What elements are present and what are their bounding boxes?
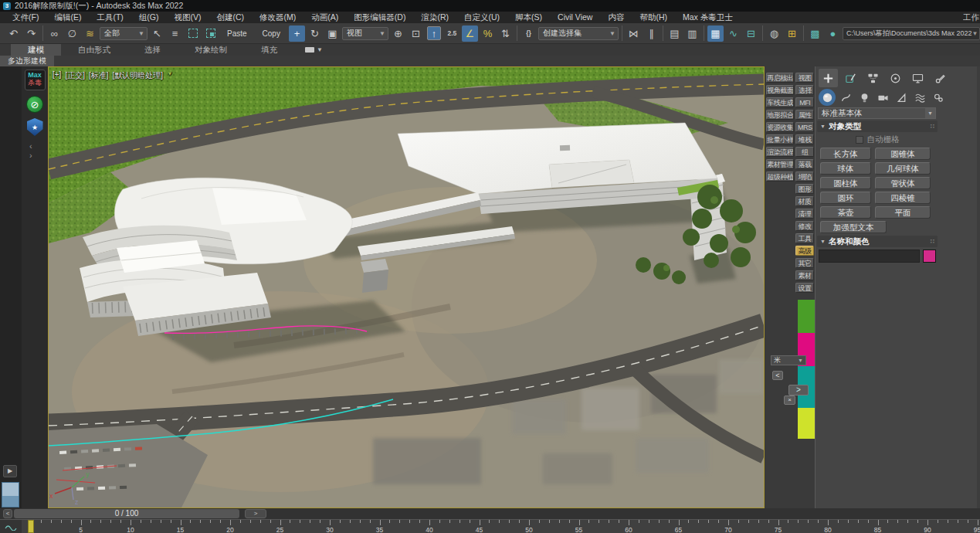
antivirus-nav-arrows[interactable]: ‹ › xyxy=(24,141,46,160)
select-and-manipulate-button[interactable]: ⊡ xyxy=(408,25,424,42)
plugin-button[interactable]: 其它 xyxy=(795,258,814,268)
select-and-link-button[interactable]: ∞ xyxy=(46,25,63,42)
virus-scan-icon[interactable]: ⊘ xyxy=(26,96,43,113)
primitive-button[interactable]: 球体 xyxy=(820,162,871,175)
plugin-button[interactable]: 车线生成 xyxy=(766,97,794,107)
object-type-rollout[interactable]: ▼ 对象类型 ∷ xyxy=(817,121,938,132)
select-object-button[interactable]: ↖ xyxy=(149,25,165,42)
menu-item-10[interactable]: 自定义(U) xyxy=(456,12,507,23)
rectangular-selection-region-button[interactable] xyxy=(185,25,201,42)
plugin-button[interactable]: 清理 xyxy=(795,209,814,219)
render-setup-button[interactable]: ⊞ xyxy=(784,25,800,42)
ribbon-collapse-button[interactable]: ▼ xyxy=(305,44,323,56)
tab-utilities[interactable] xyxy=(931,69,950,87)
menu-item-4[interactable]: 视图(V) xyxy=(167,12,209,23)
plugin-button[interactable]: 视角截面 xyxy=(766,85,794,95)
plugin-button[interactable]: 设置 xyxy=(795,283,814,293)
primitive-button[interactable]: 平面 xyxy=(875,206,931,219)
selection-filter-dropdown[interactable]: 全部▼ xyxy=(100,27,148,40)
align-button[interactable]: ∥ xyxy=(643,25,660,42)
menu-item-13[interactable]: 内容 xyxy=(600,12,632,23)
menu-item-11[interactable]: 脚本(S) xyxy=(507,12,550,23)
plugin-button[interactable]: 属性 xyxy=(795,110,814,120)
plugin-button[interactable]: 素材 xyxy=(795,270,814,280)
keyboard-shortcut-override-button[interactable]: ↑ xyxy=(427,26,441,40)
tab-modify[interactable] xyxy=(841,69,860,87)
reference-coordinate-system-dropdown[interactable]: 视图▼ xyxy=(342,27,388,40)
plugin-button[interactable]: 选择 xyxy=(795,85,814,95)
tab-display[interactable] xyxy=(908,69,927,87)
primitive-button[interactable]: 圆柱体 xyxy=(820,177,871,189)
toggle-ribbon-button[interactable]: ▦ xyxy=(707,25,724,42)
name-and-color-rollout[interactable]: ▼ 名称和颜色 ∷ xyxy=(817,236,938,247)
ribbon-tab-1[interactable]: 自由形式 xyxy=(61,44,127,56)
tab-hierarchy[interactable] xyxy=(863,69,883,87)
category-shapes[interactable] xyxy=(837,89,854,106)
plugin-button[interactable]: 高级 xyxy=(795,246,814,256)
tab-create[interactable] xyxy=(819,69,838,87)
plugin-button[interactable]: 堆栈 xyxy=(795,134,814,144)
select-by-name-button[interactable]: ≡ xyxy=(167,25,183,42)
project-folder-path[interactable]: C:\Users\慕拍\Documents\3ds Max 2022▼ xyxy=(843,27,980,40)
named-selection-sets-dropdown[interactable]: 创建选择集▼ xyxy=(538,27,619,40)
copy-button[interactable]: Copy xyxy=(256,29,287,38)
color-swatch[interactable] xyxy=(798,408,815,439)
plugin-button[interactable]: 素材管理 xyxy=(766,159,794,169)
autogrid-checkbox[interactable] xyxy=(856,136,863,144)
mini-curve-editor-button[interactable] xyxy=(0,520,22,533)
viewport-label-segment-2[interactable]: [标准] xyxy=(89,70,109,81)
plugin-button[interactable]: 图形 xyxy=(795,184,814,194)
primitive-button[interactable]: 圆环 xyxy=(820,192,871,204)
mirror-button[interactable]: ⋈ xyxy=(626,25,642,42)
select-and-scale-button[interactable]: ▣ xyxy=(324,25,341,42)
plugin-button[interactable]: 渲染流程 xyxy=(766,147,794,157)
panel-next-button[interactable]: > xyxy=(788,385,809,396)
primitive-button[interactable]: 长方体 xyxy=(820,148,871,160)
viewport-layout-tab[interactable] xyxy=(2,482,19,508)
menu-item-3[interactable]: 组(G) xyxy=(131,12,167,23)
select-and-move-button[interactable]: + xyxy=(289,25,305,42)
menu-item-14[interactable]: 帮助(H) xyxy=(632,12,675,23)
primitive-button[interactable]: 圆锥体 xyxy=(875,148,931,160)
plugin-button[interactable]: 塌陷 xyxy=(795,171,814,182)
ribbon-tab-0[interactable]: 建模 xyxy=(11,44,61,56)
geometry-class-dropdown[interactable]: 标准基本体 ▼ xyxy=(818,107,936,119)
ribbon-tab-2[interactable]: 选择 xyxy=(127,44,178,56)
primitive-button[interactable]: 加强型文本 xyxy=(820,221,887,233)
plugin-button[interactable]: MFI xyxy=(795,97,814,107)
plugin-button[interactable]: 材质 xyxy=(795,196,814,206)
category-lights[interactable] xyxy=(856,89,873,106)
menu-item-1[interactable]: 编辑(E) xyxy=(46,12,89,23)
snaps-toggle-button[interactable]: 2.5 xyxy=(444,25,460,42)
ribbon-subtab-polymodeling[interactable]: 多边形建模 xyxy=(0,56,54,66)
menu-item-8[interactable]: 图形编辑器(D) xyxy=(346,12,413,23)
spinner-snap-toggle-button[interactable]: ⇅ xyxy=(497,25,514,42)
menu-item-6[interactable]: 修改器(M) xyxy=(252,12,303,23)
next-frame-button[interactable]: > xyxy=(245,509,266,518)
viewport-label-menu-icon[interactable]: ▼ xyxy=(167,70,173,81)
plugin-button[interactable]: 再启核出 xyxy=(766,73,794,83)
edit-named-selection-sets-button[interactable]: {} xyxy=(521,25,537,42)
menu-item-2[interactable]: 工具(T) xyxy=(89,12,131,23)
panel-prev-button[interactable]: < xyxy=(772,371,783,380)
shield-icon[interactable]: ★ xyxy=(27,118,43,136)
tab-motion[interactable] xyxy=(886,69,905,87)
curve-editor-button[interactable]: ∿ xyxy=(725,25,741,42)
panel-close-button[interactable]: × xyxy=(784,396,795,405)
menu-item-5[interactable]: 创建(C) xyxy=(209,12,253,23)
unlink-selection-button[interactable]: ∅ xyxy=(64,25,80,42)
ribbon-tab-4[interactable]: 填充 xyxy=(244,44,294,56)
ribbon-tab-3[interactable]: 对象绘制 xyxy=(178,44,244,56)
primitive-button[interactable]: 几何球体 xyxy=(875,162,931,175)
angle-snap-toggle-button[interactable]: ∠ xyxy=(462,25,478,42)
category-helpers[interactable] xyxy=(893,89,910,106)
category-cameras[interactable] xyxy=(874,89,891,106)
perspective-viewport[interactable]: [+][正交][标准][默认明暗处理]▼ xyxy=(48,66,765,508)
select-and-rotate-button[interactable]: ↻ xyxy=(307,25,323,42)
unit-dropdown[interactable]: 米 ▼ xyxy=(771,355,806,365)
viewport-label-segment-1[interactable]: [正交] xyxy=(65,70,85,81)
undo-button[interactable]: ↶ xyxy=(5,25,22,42)
plugin-button[interactable]: 批量小样 xyxy=(766,134,794,144)
object-name-field[interactable] xyxy=(819,250,920,263)
plugin-button[interactable]: 视图 xyxy=(795,73,814,83)
